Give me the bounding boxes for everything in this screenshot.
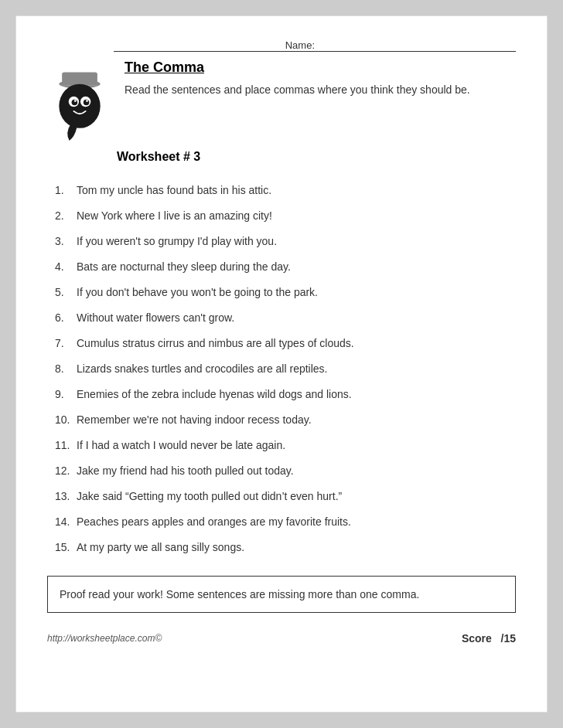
list-item: 4.Bats are nocturnal they sleep during t… [47,254,516,280]
worksheet-page: Name: [15,15,548,713]
name-line: Name: [47,39,516,52]
list-item: 10.Remember we're not having indoor rece… [47,407,516,433]
sentence-text: If I had a watch I would never be late a… [77,437,516,454]
sentence-number: 13. [55,488,77,505]
sentences-list: 1.Tom my uncle has found bats in his att… [47,178,516,560]
sentence-number: 9. [55,386,77,403]
sentence-number: 11. [55,437,77,454]
header-area: The Comma Read the sentences and place c… [47,60,516,141]
worksheet-number: Worksheet # 3 [117,150,516,164]
sentence-number: 2. [55,208,77,224]
sentence-text: New York where I live is an amazing city… [77,208,516,224]
sentence-text: Remember we're not having indoor recess … [77,412,516,428]
sentence-number: 7. [55,335,77,352]
name-underline [315,39,516,52]
sentence-text: Cumulus stratus cirrus and nimbus are al… [77,335,516,352]
sentence-text: Bats are nocturnal they sleep during the… [77,259,516,275]
sentence-text: Jake said “Getting my tooth pulled out d… [77,488,516,505]
sentence-number: 12. [55,463,77,479]
sentence-number: 4. [55,259,77,275]
sentence-text: Without water flowers can't grow. [77,310,516,326]
sentence-text: Tom my uncle has found bats in his attic… [77,182,516,199]
sentence-number: 8. [55,361,77,377]
svg-point-9 [86,100,88,102]
sentence-number: 15. [55,539,77,556]
list-item: 9.Enemies of the zebra include hyenas wi… [47,382,516,407]
footer-score: Score /15 [462,632,516,645]
sentence-text: If you don't behave you won't be going t… [77,284,516,301]
instructions-text: Read the sentences and place commas wher… [125,82,516,98]
sentence-text: If you weren't so grumpy I'd play with y… [77,233,516,250]
list-item: 6.Without water flowers can't grow. [47,305,516,331]
sentence-number: 3. [55,233,77,250]
sentence-text: Peaches pears apples and oranges are my … [77,514,516,530]
sentence-number: 6. [55,310,77,326]
list-item: 2.New York where I live is an amazing ci… [47,203,516,229]
list-item: 5.If you don't behave you won't be going… [47,280,516,305]
page-title: The Comma [125,60,516,76]
sentence-number: 14. [55,514,77,530]
list-item: 3.If you weren't so grumpy I'd play with… [47,229,516,254]
list-item: 1.Tom my uncle has found bats in his att… [47,178,516,203]
svg-rect-1 [62,72,97,85]
sentence-number: 10. [55,412,77,428]
score-label: Score [462,632,492,645]
sentence-text: At my party we all sang silly songs. [77,539,516,556]
sentence-number: 5. [55,284,77,301]
sentence-text: Lizards snakes turtles and crocodiles ar… [77,361,516,377]
sentence-number: 1. [55,182,77,199]
footer-url: http://worksheetplace.com© [47,633,162,644]
list-item: 14.Peaches pears apples and oranges are … [47,509,516,535]
list-item: 15.At my party we all sang silly songs. [47,535,516,560]
sentence-text: Jake my friend had his tooth pulled out … [77,463,516,479]
list-item: 12.Jake my friend had his tooth pulled o… [47,458,516,484]
footer: http://worksheetplace.com© Score /15 [47,628,516,645]
list-item: 7.Cumulus stratus cirrus and nimbus are … [47,331,516,356]
sentence-text: Enemies of the zebra include hyenas wild… [77,386,516,403]
list-item: 13.Jake said “Getting my tooth pulled ou… [47,484,516,509]
header-text: The Comma Read the sentences and place c… [125,60,516,98]
score-value: /15 [501,632,516,645]
comma-mascot [47,63,113,141]
proof-text: Proof read your work! Some sentences are… [60,588,419,600]
list-item: 11.If I had a watch I would never be lat… [47,433,516,458]
svg-point-8 [74,100,77,102]
name-label: Name: [114,39,315,52]
proof-box: Proof read your work! Some sentences are… [47,576,516,613]
svg-point-3 [59,84,100,128]
list-item: 8.Lizards snakes turtles and crocodiles … [47,356,516,382]
